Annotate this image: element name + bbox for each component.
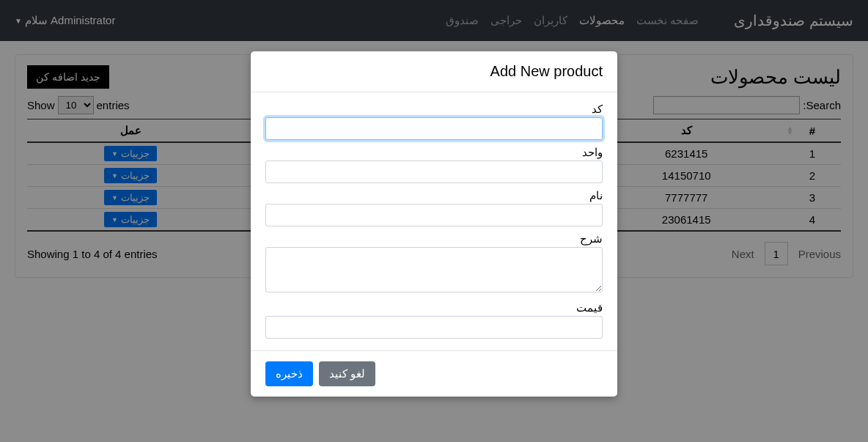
save-button[interactable]: ذخیره: [265, 361, 313, 386]
modal-footer: ذخیره لغو کنید: [251, 350, 617, 397]
input-desc[interactable]: [265, 247, 603, 292]
input-unit[interactable]: [265, 161, 603, 183]
input-name[interactable]: [265, 204, 603, 226]
add-product-modal: Add New product کد واحد نام شرح قیمت: [251, 51, 617, 397]
modal-title: Add New product: [265, 63, 603, 80]
modal-body: کد واحد نام شرح قیمت: [251, 92, 617, 350]
label-unit: واحد: [265, 146, 603, 159]
cancel-button[interactable]: لغو کنید: [319, 361, 375, 386]
label-name: نام: [265, 189, 603, 202]
label-price: قیمت: [265, 301, 603, 314]
input-code[interactable]: [265, 117, 603, 140]
label-code: کد: [265, 103, 603, 116]
input-price[interactable]: [265, 316, 603, 339]
label-desc: شرح: [265, 232, 603, 246]
modal-header: Add New product: [251, 51, 617, 92]
modal-overlay[interactable]: Add New product کد واحد نام شرح قیمت: [0, 0, 868, 442]
